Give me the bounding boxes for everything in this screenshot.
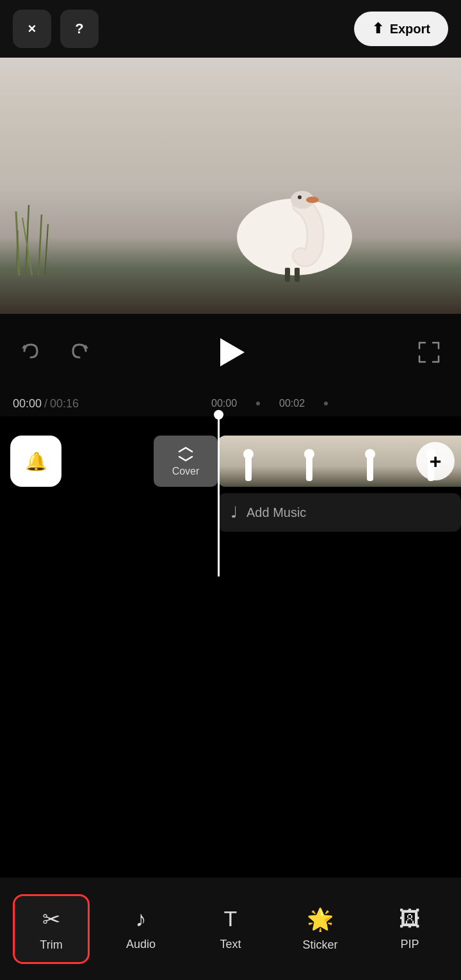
text-icon: T xyxy=(224,906,238,931)
music-note-icon: ♩ xyxy=(230,503,238,521)
undo-redo-group xyxy=(19,339,91,365)
export-button[interactable]: ⬆ Export xyxy=(354,12,448,46)
play-button[interactable] xyxy=(211,333,250,372)
add-clip-button[interactable]: + xyxy=(416,442,455,480)
time-marker-2: 00:02 xyxy=(279,398,305,409)
help-button[interactable]: ? xyxy=(60,10,99,48)
sticker-icon: 🌟 xyxy=(307,906,334,932)
current-time: 00:00 xyxy=(13,397,42,411)
svg-line-4 xyxy=(45,224,48,275)
video-strip[interactable]: + xyxy=(218,436,461,487)
flamingo-3 xyxy=(357,449,383,484)
cover-label: Cover xyxy=(172,466,200,477)
undo-button[interactable] xyxy=(19,339,42,365)
cover-clip[interactable]: Cover xyxy=(154,436,218,487)
export-icon: ⬆ xyxy=(372,20,384,37)
svg-line-3 xyxy=(38,215,42,275)
swan-scene xyxy=(0,58,461,314)
add-music-button[interactable]: ♩ Add Music xyxy=(218,493,461,532)
sticker-label: Sticker xyxy=(302,938,337,952)
time-dot-2 xyxy=(324,402,328,405)
text-label: Text xyxy=(220,938,241,951)
audio-label: Audio xyxy=(126,938,156,951)
redo-button[interactable] xyxy=(68,339,91,365)
trim-label: Trim xyxy=(40,938,62,952)
playhead[interactable] xyxy=(218,416,220,576)
swan xyxy=(224,154,365,282)
controls-bar xyxy=(0,314,461,391)
time-ruler: 00:00 00:02 xyxy=(211,398,461,409)
text-tool[interactable]: T Text xyxy=(192,896,269,961)
export-label: Export xyxy=(390,22,430,37)
total-time: 00:16 xyxy=(50,397,79,411)
pip-tool[interactable]: 🖼 PIP xyxy=(371,896,448,961)
top-bar-left: × ? xyxy=(13,10,99,48)
time-marker-0: 00:00 xyxy=(211,398,237,409)
scissors-icon: ✂ xyxy=(42,906,60,932)
grass-decoration xyxy=(13,199,51,275)
flamingo-1 xyxy=(236,449,261,484)
top-bar: × ? ⬆ Export xyxy=(0,0,461,58)
audio-tool[interactable]: ♪ Audio xyxy=(102,896,179,961)
bottom-toolbar: ✂ Trim ♪ Audio T Text 🌟 Sticker 🖼 PIP xyxy=(0,878,461,980)
music-icon: ♪ xyxy=(136,906,147,931)
sticker-tool[interactable]: 🌟 Sticker xyxy=(282,896,359,962)
time-bar: 00:00 / 00:16 00:00 00:02 xyxy=(0,391,461,416)
pip-label: PIP xyxy=(400,938,419,951)
svg-point-9 xyxy=(298,195,302,199)
audio-track-icon[interactable]: 🔔 xyxy=(10,436,61,487)
video-preview xyxy=(0,58,461,314)
add-music-label: Add Music xyxy=(247,505,306,520)
timeline-area: 🔔 Cover + ♩ Add Music xyxy=(0,416,461,576)
svg-rect-10 xyxy=(285,268,290,282)
play-icon xyxy=(220,338,245,366)
close-button[interactable]: × xyxy=(13,10,51,48)
trim-tool[interactable]: ✂ Trim xyxy=(13,894,90,964)
playhead-handle xyxy=(214,410,223,420)
fullscreen-button[interactable] xyxy=(416,339,442,365)
time-dot-1 xyxy=(256,402,260,405)
pip-icon: 🖼 xyxy=(399,906,421,931)
svg-rect-11 xyxy=(295,268,300,282)
flamingo-2 xyxy=(296,449,322,484)
swap-icon xyxy=(177,445,195,463)
speaker-icon: 🔔 xyxy=(25,451,47,472)
svg-point-8 xyxy=(306,197,319,203)
